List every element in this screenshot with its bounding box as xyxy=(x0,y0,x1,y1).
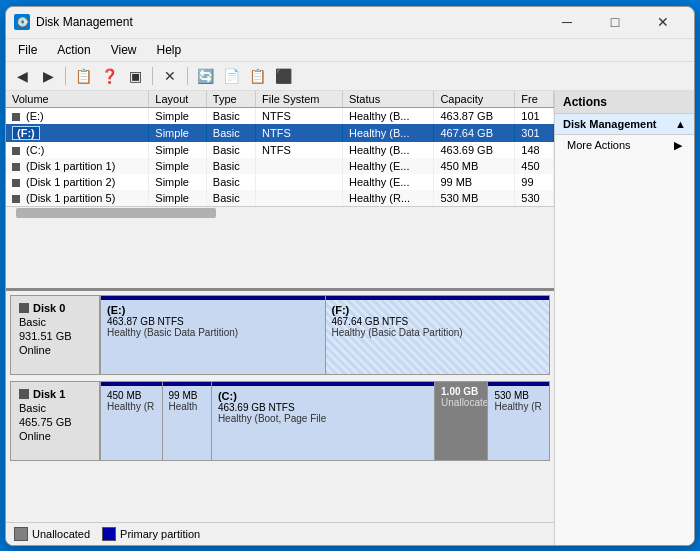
cell-type: Basic xyxy=(206,190,255,206)
cell-status: Healthy (E... xyxy=(342,158,433,174)
partition-0-1[interactable]: (F:)467.64 GB NTFSHealthy (Basic Data Pa… xyxy=(326,296,550,374)
col-free[interactable]: Fre xyxy=(515,91,554,108)
cell-layout: Simple xyxy=(149,174,207,190)
toolbar-btn-7[interactable]: 🔄 xyxy=(193,65,217,87)
partition-size: 467.64 GB NTFS xyxy=(332,316,544,327)
disk-partitions-1: 450 MBHealthy (R99 MBHealth(C:)463.69 GB… xyxy=(100,381,550,461)
col-type[interactable]: Type xyxy=(206,91,255,108)
cell-layout: Simple xyxy=(149,124,207,142)
main-window: 💽 Disk Management ─ □ ✕ File Action View… xyxy=(5,6,695,546)
toolbar-btn-5[interactable]: ▣ xyxy=(123,65,147,87)
partition-info: Health xyxy=(169,401,205,412)
table-row[interactable]: (Disk 1 partition 5) Simple Basic Health… xyxy=(6,190,554,206)
toolbar-btn-8[interactable]: 📄 xyxy=(219,65,243,87)
separator-2 xyxy=(152,67,153,85)
cell-type: Basic xyxy=(206,107,255,124)
maximize-button[interactable]: □ xyxy=(592,6,638,38)
table-row[interactable]: (Disk 1 partition 1) Simple Basic Health… xyxy=(6,158,554,174)
horizontal-scrollbar[interactable] xyxy=(6,206,554,218)
partition-size: 463.69 GB NTFS xyxy=(218,402,428,413)
table-row[interactable]: (Disk 1 partition 2) Simple Basic Health… xyxy=(6,174,554,190)
cell-status: Healthy (R... xyxy=(342,190,433,206)
disk-row-0: Disk 0 Basic 931.51 GB Online (E:)463.87… xyxy=(10,295,550,375)
actions-more-actions[interactable]: More Actions ▶ xyxy=(555,135,694,156)
actions-section-disk-management[interactable]: Disk Management ▲ xyxy=(555,114,694,135)
partition-top-bar xyxy=(101,296,325,300)
cell-volume: (F:) xyxy=(6,124,149,142)
table-row[interactable]: (C:) Simple Basic NTFS Healthy (B... 463… xyxy=(6,142,554,158)
disk-label-0: Disk 0 Basic 931.51 GB Online xyxy=(10,295,100,375)
toolbar-btn-4[interactable]: ❓ xyxy=(97,65,121,87)
table-row[interactable]: (F:) Simple Basic NTFS Healthy (B... 467… xyxy=(6,124,554,142)
toolbar: ◀ ▶ 📋 ❓ ▣ ✕ 🔄 📄 📋 ⬛ xyxy=(6,62,694,91)
legend-primary: Primary partition xyxy=(102,527,200,541)
cell-fs xyxy=(256,174,343,190)
more-actions-label: More Actions xyxy=(567,139,631,151)
partition-1-2[interactable]: (C:)463.69 GB NTFSHealthy (Boot, Page Fi… xyxy=(212,382,435,460)
left-panel: Volume Layout Type File System Status Ca… xyxy=(6,91,554,545)
cell-type: Basic xyxy=(206,124,255,142)
col-capacity[interactable]: Capacity xyxy=(434,91,515,108)
cell-type: Basic xyxy=(206,142,255,158)
table-row[interactable]: (E:) Simple Basic NTFS Healthy (B... 463… xyxy=(6,107,554,124)
toolbar-btn-9[interactable]: 📋 xyxy=(245,65,269,87)
partition-size: 1.00 GB xyxy=(441,386,481,397)
window-title: Disk Management xyxy=(36,15,544,29)
disk-type: Basic xyxy=(19,316,91,328)
col-layout[interactable]: Layout xyxy=(149,91,207,108)
close-button[interactable]: ✕ xyxy=(640,6,686,38)
cell-capacity: 99 MB xyxy=(434,174,515,190)
menu-file[interactable]: File xyxy=(10,41,45,59)
partition-size: 530 MB xyxy=(494,390,543,401)
col-status[interactable]: Status xyxy=(342,91,433,108)
disk-status: Online xyxy=(19,344,91,356)
cell-free: 530 xyxy=(515,190,554,206)
separator-1 xyxy=(65,67,66,85)
col-fs[interactable]: File System xyxy=(256,91,343,108)
col-volume[interactable]: Volume xyxy=(6,91,149,108)
minimize-button[interactable]: ─ xyxy=(544,6,590,38)
disk-partitions-0: (E:)463.87 GB NTFSHealthy (Basic Data Pa… xyxy=(100,295,550,375)
cell-capacity: 450 MB xyxy=(434,158,515,174)
forward-button[interactable]: ▶ xyxy=(36,65,60,87)
toolbar-btn-3[interactable]: 📋 xyxy=(71,65,95,87)
partition-info: Healthy (Basic Data Partition) xyxy=(332,327,544,338)
legend-unallocated: Unallocated xyxy=(14,527,90,541)
legend-bar: Unallocated Primary partition xyxy=(6,522,554,545)
cell-fs: NTFS xyxy=(256,107,343,124)
cell-fs xyxy=(256,190,343,206)
cell-status: Healthy (E... xyxy=(342,174,433,190)
cell-free: 148 xyxy=(515,142,554,158)
disk-size: 465.75 GB xyxy=(19,416,91,428)
disk-label-1: Disk 1 Basic 465.75 GB Online xyxy=(10,381,100,461)
menu-action[interactable]: Action xyxy=(49,41,98,59)
cell-status: Healthy (B... xyxy=(342,142,433,158)
partition-info: Healthy (Boot, Page File xyxy=(218,413,428,424)
cell-fs: NTFS xyxy=(256,124,343,142)
partition-label: (F:) xyxy=(332,304,544,316)
menu-view[interactable]: View xyxy=(103,41,145,59)
cell-layout: Simple xyxy=(149,190,207,206)
cell-volume: (Disk 1 partition 5) xyxy=(6,190,149,206)
partition-1-4[interactable]: 530 MBHealthy (R xyxy=(488,382,549,460)
menu-help[interactable]: Help xyxy=(149,41,190,59)
partition-label: (E:) xyxy=(107,304,319,316)
partition-top-bar xyxy=(212,382,434,386)
cell-free: 450 xyxy=(515,158,554,174)
cell-volume: (C:) xyxy=(6,142,149,158)
partition-1-3[interactable]: 1.00 GBUnallocate xyxy=(435,382,488,460)
partition-1-0[interactable]: 450 MBHealthy (R xyxy=(101,382,163,460)
partition-1-1[interactable]: 99 MBHealth xyxy=(163,382,212,460)
cell-capacity: 467.64 GB xyxy=(434,124,515,142)
back-button[interactable]: ◀ xyxy=(10,65,34,87)
disk-name: Disk 1 xyxy=(33,388,65,400)
toolbar-btn-6[interactable]: ✕ xyxy=(158,65,182,87)
cell-capacity: 530 MB xyxy=(434,190,515,206)
actions-section-label: Disk Management xyxy=(563,118,657,130)
actions-panel: Actions Disk Management ▲ More Actions ▶ xyxy=(554,91,694,545)
partition-0-0[interactable]: (E:)463.87 GB NTFSHealthy (Basic Data Pa… xyxy=(101,296,326,374)
scrollbar-thumb xyxy=(16,208,216,218)
toolbar-btn-10[interactable]: ⬛ xyxy=(271,65,295,87)
cell-volume: (Disk 1 partition 1) xyxy=(6,158,149,174)
partition-info: Healthy (Basic Data Partition) xyxy=(107,327,319,338)
